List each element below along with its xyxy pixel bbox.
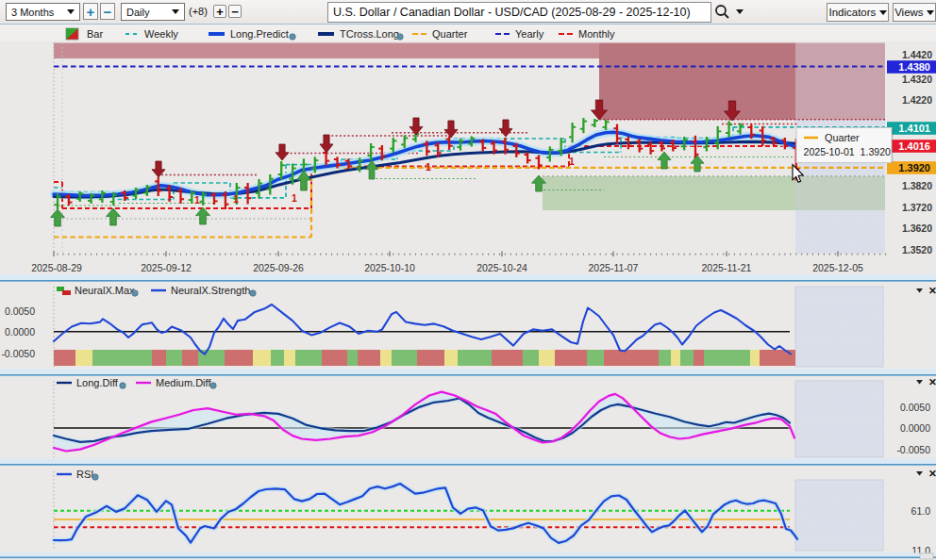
svg-text:1.3720: 1.3720 xyxy=(902,202,932,213)
svg-text:Long.Predict: Long.Predict xyxy=(230,28,289,40)
svg-text:2025-10-01 1.3920: 2025-10-01 1.3920 xyxy=(804,146,892,157)
svg-text:1: 1 xyxy=(233,193,239,205)
svg-text:Medium.Diff: Medium.Diff xyxy=(156,377,211,388)
svg-text:RSI: RSI xyxy=(76,469,93,480)
svg-text:0.0050: 0.0050 xyxy=(5,305,35,317)
svg-text:Long.Diff: Long.Diff xyxy=(76,377,119,388)
svg-text:Weekly: Weekly xyxy=(144,28,178,40)
svg-text:1.3820: 1.3820 xyxy=(902,180,932,191)
svg-text:✕: ✕ xyxy=(928,285,936,296)
svg-text:2025-10-10: 2025-10-10 xyxy=(364,262,415,273)
svg-text:1: 1 xyxy=(426,161,431,173)
svg-text:NeuralX.Max: NeuralX.Max xyxy=(75,285,135,296)
svg-text:1: 1 xyxy=(292,192,297,204)
svg-text:1.4016: 1.4016 xyxy=(898,140,930,152)
svg-text:1.3920: 1.3920 xyxy=(898,162,930,173)
svg-text:✕: ✕ xyxy=(928,376,936,387)
svg-text:1.3620: 1.3620 xyxy=(902,222,932,234)
svg-text:1: 1 xyxy=(194,194,200,206)
svg-text:-0.0050: -0.0050 xyxy=(896,444,930,455)
svg-text:Yearly: Yearly xyxy=(515,28,544,40)
svg-text:1.4420: 1.4420 xyxy=(902,49,932,60)
svg-text:Quarter: Quarter xyxy=(432,28,468,40)
svg-text:1.4101: 1.4101 xyxy=(898,123,930,134)
svg-text:1.3520: 1.3520 xyxy=(902,244,932,255)
svg-text:2025-09-12: 2025-09-12 xyxy=(141,262,192,273)
svg-text:0.0000: 0.0000 xyxy=(900,422,930,434)
svg-text:1.4380: 1.4380 xyxy=(898,61,930,73)
svg-text:2025-10-24: 2025-10-24 xyxy=(476,262,527,273)
svg-text:TCross.Long: TCross.Long xyxy=(340,28,399,40)
svg-text:NeuralX.Strength: NeuralX.Strength xyxy=(171,285,250,296)
svg-text:2025-12-05: 2025-12-05 xyxy=(812,262,863,273)
svg-text:1.4220: 1.4220 xyxy=(902,94,932,106)
svg-text:2025-09-26: 2025-09-26 xyxy=(253,262,304,273)
svg-text:✕: ✕ xyxy=(928,468,936,479)
svg-text:Bar: Bar xyxy=(87,28,103,40)
svg-text:Quarter: Quarter xyxy=(825,132,860,143)
svg-text:1.4320: 1.4320 xyxy=(902,74,932,85)
svg-text:Monthly: Monthly xyxy=(578,28,615,40)
svg-text:2025-08-29: 2025-08-29 xyxy=(31,262,82,273)
svg-text:1: 1 xyxy=(569,156,575,167)
svg-text:0.0000: 0.0000 xyxy=(5,326,35,338)
svg-text:0.0050: 0.0050 xyxy=(900,402,930,413)
svg-text:2025-11-07: 2025-11-07 xyxy=(589,262,639,273)
svg-text:-0.0050: -0.0050 xyxy=(1,348,35,359)
svg-text:2025-11-21: 2025-11-21 xyxy=(702,262,752,273)
svg-text:61.0: 61.0 xyxy=(911,505,931,517)
